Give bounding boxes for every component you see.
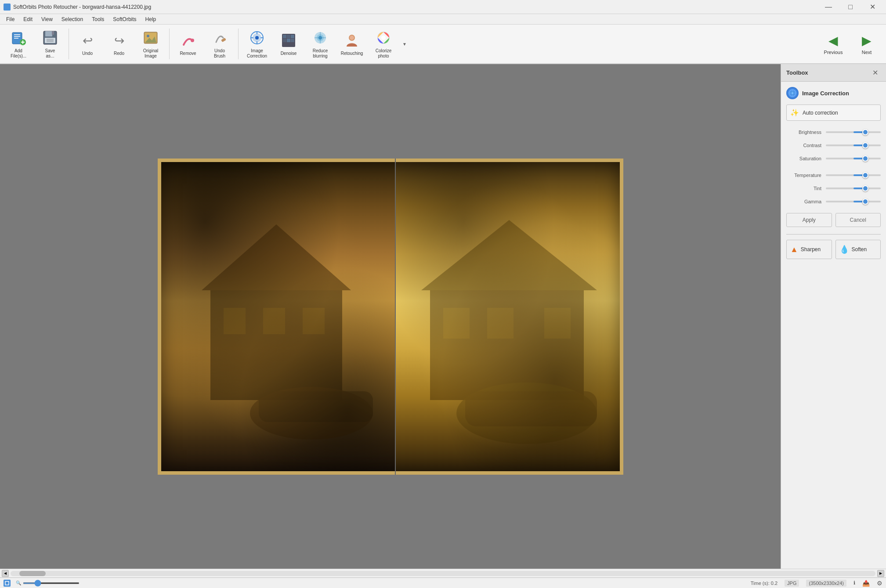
- svg-rect-30: [287, 39, 290, 42]
- remove-icon: [179, 32, 197, 49]
- scroll-track[interactable]: [11, 571, 875, 576]
- minimize-button[interactable]: —: [818, 0, 839, 14]
- retouching-button[interactable]: Retouching: [337, 26, 367, 61]
- status-right: Time (s): 0.2 JPG (3500x2330x24) ℹ 📤 ⚙: [751, 580, 882, 587]
- soften-button[interactable]: 💧 Soften: [835, 240, 881, 259]
- toolbox-panel: Toolbox ✕ Image Correction ✨: [781, 64, 886, 569]
- denoise-icon: [280, 32, 297, 49]
- next-label: Next: [862, 50, 872, 55]
- save-icon: [41, 29, 59, 47]
- split-line[interactable]: [395, 159, 396, 475]
- svg-rect-22: [251, 37, 253, 38]
- settings-icon[interactable]: ⚙: [877, 580, 882, 587]
- remove-button[interactable]: Remove: [173, 26, 203, 61]
- colorize-label: Colorizephoto: [376, 48, 392, 59]
- nav-buttons: ◀ Previous ▶ Next: [817, 26, 882, 61]
- sharpen-button[interactable]: ▲ Sharpen: [786, 240, 832, 259]
- wand-icon: ✨: [790, 108, 799, 117]
- sharpen-label: Sharpen: [801, 246, 821, 253]
- scroll-thumb[interactable]: [19, 571, 46, 576]
- svg-rect-6: [22, 40, 23, 44]
- previous-button[interactable]: ◀ Previous: [817, 26, 849, 61]
- menu-file[interactable]: File: [2, 15, 19, 23]
- denoise-button[interactable]: Denoise: [274, 26, 304, 61]
- scroll-right-button[interactable]: ▶: [877, 570, 884, 577]
- auto-correction-button[interactable]: ✨ Auto correction: [786, 105, 881, 121]
- svg-rect-8: [45, 31, 52, 36]
- menu-help[interactable]: Help: [141, 15, 161, 23]
- save-as-button[interactable]: Saveas...: [35, 26, 65, 61]
- main-area: Toolbox ✕ Image Correction ✨: [0, 64, 886, 569]
- image-correction-section: Image Correction ✨ Auto correction Brigh…: [781, 82, 886, 266]
- undo-button[interactable]: ↩ Undo: [72, 26, 102, 61]
- undo-brush-button[interactable]: UndoBrush: [205, 26, 235, 61]
- svg-rect-29: [283, 39, 286, 42]
- saturation-slider[interactable]: [826, 154, 881, 163]
- section-header: Image Correction: [786, 87, 881, 99]
- next-button[interactable]: ▶ Next: [851, 26, 882, 61]
- original-image-button[interactable]: OriginalImage: [136, 26, 166, 61]
- cancel-button[interactable]: Cancel: [835, 213, 881, 227]
- sharpen-soften-row: ▲ Sharpen 💧 Soften: [786, 238, 881, 261]
- image-correction-icon: [248, 29, 266, 47]
- tint-slider[interactable]: [826, 184, 881, 193]
- menu-selection[interactable]: Selection: [57, 15, 87, 23]
- menu-tools[interactable]: Tools: [87, 15, 108, 23]
- sharpen-icon: ▲: [790, 245, 798, 254]
- next-icon: ▶: [862, 33, 872, 48]
- save-as-label: Saveas...: [45, 48, 55, 59]
- apply-button[interactable]: Apply: [786, 213, 832, 227]
- remove-label: Remove: [180, 51, 196, 56]
- original-image-label: OriginalImage: [143, 48, 158, 59]
- colorize-button[interactable]: Colorizephoto: [369, 26, 398, 61]
- add-files-icon: [10, 29, 27, 47]
- svg-point-16: [191, 39, 194, 42]
- temperature-slider[interactable]: [826, 171, 881, 180]
- menu-bar: File Edit View Selection Tools SoftOrbit…: [0, 14, 886, 25]
- menu-edit[interactable]: Edit: [19, 15, 37, 23]
- gamma-label: Gamma: [786, 199, 826, 204]
- toolbox-close-button[interactable]: ✕: [870, 68, 881, 78]
- reduce-blurring-button[interactable]: Reduceblurring: [305, 26, 335, 61]
- svg-rect-9: [52, 31, 54, 35]
- scroll-left-button[interactable]: ◀: [2, 570, 9, 577]
- menu-softorbits[interactable]: SoftOrbits: [108, 15, 141, 23]
- gamma-slider[interactable]: [826, 197, 881, 206]
- photo-container: [158, 159, 623, 475]
- menu-view[interactable]: View: [37, 15, 57, 23]
- retouching-icon: [343, 32, 361, 49]
- tint-label: Tint: [786, 186, 826, 191]
- zoom-slider-area[interactable]: 🔍: [16, 581, 80, 585]
- image-correction-section-icon: [786, 87, 799, 99]
- time-label: Time (s): 0.2: [751, 581, 778, 586]
- image-correction-title: Image Correction: [802, 90, 849, 97]
- share-icon[interactable]: 📤: [862, 580, 870, 587]
- maximize-button[interactable]: □: [840, 0, 861, 14]
- add-files-label: AddFile(s)...: [11, 48, 26, 59]
- action-buttons: Apply Cancel: [786, 213, 881, 227]
- add-files-button[interactable]: AddFile(s)...: [4, 26, 33, 61]
- canvas-area[interactable]: [0, 64, 781, 569]
- svg-rect-11: [47, 39, 54, 42]
- window-controls: — □ ✕: [818, 0, 882, 14]
- contrast-slider[interactable]: [826, 141, 881, 150]
- toolbar: AddFile(s)... Saveas... ↩ Undo ↪ Redo: [0, 25, 886, 64]
- info-icon[interactable]: ℹ: [853, 580, 855, 586]
- status-bar: 🔍 Time (s): 0.2 JPG (3500x2330x24) ℹ 📤 ⚙: [0, 577, 886, 588]
- svg-rect-31: [291, 39, 294, 42]
- brightness-slider[interactable]: [826, 128, 881, 137]
- svg-point-55: [792, 92, 793, 94]
- retouching-label: Retouching: [341, 51, 363, 56]
- svg-rect-21: [257, 41, 257, 44]
- toolbox-divider: [786, 234, 881, 234]
- redo-button[interactable]: ↪ Redo: [104, 26, 134, 61]
- redo-label: Redo: [114, 51, 124, 56]
- zoom-slider[interactable]: [23, 582, 80, 584]
- scrollbar-area: ◀ ▶: [0, 569, 886, 577]
- image-correction-button[interactable]: ImageCorrection: [242, 26, 272, 61]
- toolbar-separator-3: [238, 29, 239, 59]
- photo-border: [158, 159, 623, 475]
- toolbar-more-button[interactable]: ▼: [400, 26, 409, 61]
- image-correction-label: ImageCorrection: [247, 48, 267, 59]
- close-button[interactable]: ✕: [862, 0, 882, 14]
